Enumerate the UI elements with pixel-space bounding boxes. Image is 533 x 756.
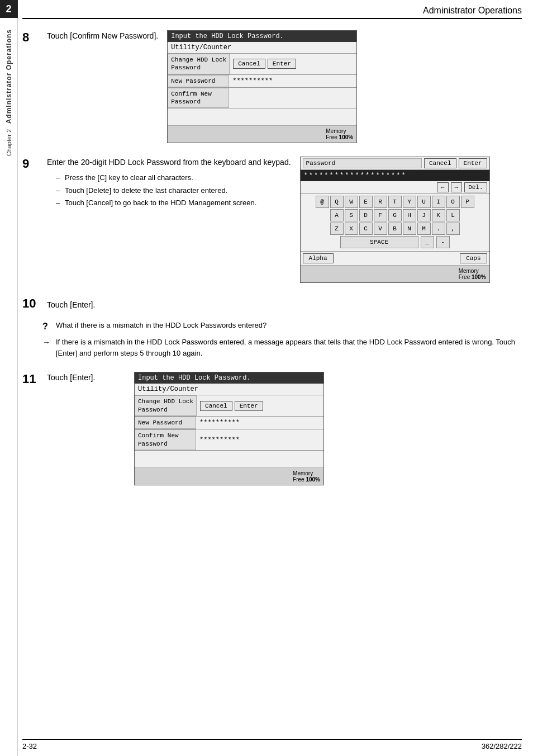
question-marker: ? [42,320,56,333]
screen11-row1: New Password ********** [135,417,323,429]
kb-cancel-btn[interactable]: Cancel [424,158,456,168]
footer-left: 2-32 [22,742,37,750]
kb-row1: @ Q W E R T Y U I O P [302,196,488,208]
page-header: Administrator Operations [22,6,522,19]
step10-question: ? What if there is a mismatch in the HDD… [42,320,522,333]
step9-bullet1-text: Press the [C] key to clear all character… [65,173,193,183]
screen11-enter-btn[interactable]: Enter [235,401,263,411]
kb-space-btn[interactable]: SPACE [340,236,418,248]
step11-section: 11 Touch [Enter]. Input the HDD Lock Pas… [22,372,522,485]
kb-footer: MemoryFree 100% [301,265,489,282]
key-o[interactable]: O [446,196,460,208]
step9-combined: Enter the 20-digit HDD Lock Password fro… [47,157,490,283]
step9-number: 9 [22,157,42,171]
screen11-cancel-btn[interactable]: Cancel [200,401,232,411]
kb-alpha-btn[interactable]: Alpha [303,253,334,263]
step8-number: 8 [22,30,42,45]
key-n[interactable]: N [403,223,416,235]
key-f[interactable]: F [374,209,387,221]
key-v[interactable]: V [374,223,387,235]
key-q[interactable]: Q [330,196,344,208]
screen8-row1: New Password ********** [168,75,356,88]
kb-caps-btn[interactable]: Caps [460,253,487,263]
key-i[interactable]: I [432,196,445,208]
key-h[interactable]: H [403,209,416,221]
key-x[interactable]: X [345,223,358,235]
screen11-row1-value: ********** [196,417,323,429]
step8-section: 8 Touch [Confirm New Password]. Input th… [22,30,522,143]
step9-section: 9 Enter the 20-digit HDD Lock Password f… [22,157,522,283]
screen11-footer: MemoryFree 100% [135,467,323,485]
step11-left: 11 Touch [Enter]. [22,372,134,388]
screen11-row1-label: New Password [135,417,196,429]
key-p[interactable]: P [461,196,474,208]
key-y[interactable]: Y [403,196,416,208]
key-b[interactable]: B [388,223,402,235]
screen8-row2: Confirm NewPassword [168,88,356,109]
screen8-top-row: Change HDD LockPassword Cancel Enter [168,54,356,75]
step11-number: 11 [22,372,42,386]
screen11-top-row: Change HDD LockPassword Cancel Enter [135,395,323,417]
screen8-row1-label: New Password [168,75,229,87]
screen11-row2: Confirm NewPassword ********** [135,429,323,451]
key-a[interactable]: A [330,209,344,221]
step10-answer-text: If there is a mismatch in the HDD Lock P… [56,337,522,358]
screen11-section: Utility/Counter [135,384,323,395]
key-z[interactable]: Z [330,223,344,235]
key-r[interactable]: R [374,196,387,208]
key-m[interactable]: M [417,223,431,235]
step9-bullet2-text: Touch [Delete] to delete the last charac… [65,186,227,196]
step10-section: 10 Touch [Enter]. ? What if there is a m… [22,296,522,358]
step8-screen: Input the HDD Lock Password. Utility/Cou… [167,30,357,143]
key-underscore[interactable]: _ [421,236,434,248]
screen11-row2-value: ********** [196,429,323,450]
kb-enter-btn[interactable]: Enter [459,158,487,168]
step10-text: Touch [Enter]. [47,299,95,311]
screen8-box: Input the HDD Lock Password. Utility/Cou… [167,30,357,143]
key-u[interactable]: U [417,196,431,208]
bullet-dash1: – [56,173,65,183]
kb-memory: MemoryFree 100% [459,268,486,280]
key-comma[interactable]: , [446,223,460,235]
screen8-row1-value: ********** [229,75,356,87]
key-j[interactable]: J [417,209,431,221]
key-t[interactable]: T [388,196,402,208]
side-tab: 2 Administrator Operations Chapter 2 [0,0,18,756]
kb-row2: A S D F G H J K L [302,209,488,221]
key-at[interactable]: @ [316,196,329,208]
side-label: Administrator Operations [5,29,13,124]
kb-left-arrow-btn[interactable]: ← [437,182,449,192]
screen11-memory: MemoryFree 100% [293,470,320,483]
step10-question-text: What if there is a mismatch in the HDD L… [56,320,266,333]
key-k[interactable]: K [432,209,445,221]
kb-del-btn[interactable]: Del. [464,182,487,192]
key-e[interactable]: E [359,196,373,208]
header-title: Administrator Operations [423,6,522,16]
key-l[interactable]: L [446,209,460,221]
key-g[interactable]: G [388,209,402,221]
key-d[interactable]: D [359,209,373,221]
screen8-label1: Change HDD LockPassword [168,54,230,74]
step9-left: Enter the 20-digit HDD Lock Password fro… [47,157,291,210]
key-s[interactable]: S [345,209,358,221]
kb-space-row: SPACE _ - [302,236,488,248]
key-c[interactable]: C [359,223,373,235]
key-hyphen[interactable]: - [436,236,450,248]
screen8-memory: MemoryFree 100% [326,128,353,140]
screen8-cancel-btn[interactable]: Cancel [233,59,265,69]
answer-marker: → [42,337,56,358]
screen8-spacer [168,108,356,125]
step9-bullet2: – Touch [Delete] to delete the last char… [56,186,291,196]
step9-screen: Password Cancel Enter ******************… [300,157,490,283]
kb-password-label: Password [303,158,422,168]
key-period[interactable]: . [432,223,445,235]
kb-nav-row: ← → Del. [301,181,489,194]
screen8-enter-btn[interactable]: Enter [268,59,296,69]
screen11-header: Input the HDD Lock Password. [135,372,323,384]
screen8-row2-value [229,88,356,108]
kb-right-arrow-btn[interactable]: → [451,182,463,192]
step8-combined: Touch [Confirm New Password]. Input the … [47,30,357,143]
step9-bullet3-text: Touch [Cancel] to go back to the HDD Man… [65,198,256,208]
step11-text: Touch [Enter]. [47,372,95,384]
key-w[interactable]: W [345,196,358,208]
